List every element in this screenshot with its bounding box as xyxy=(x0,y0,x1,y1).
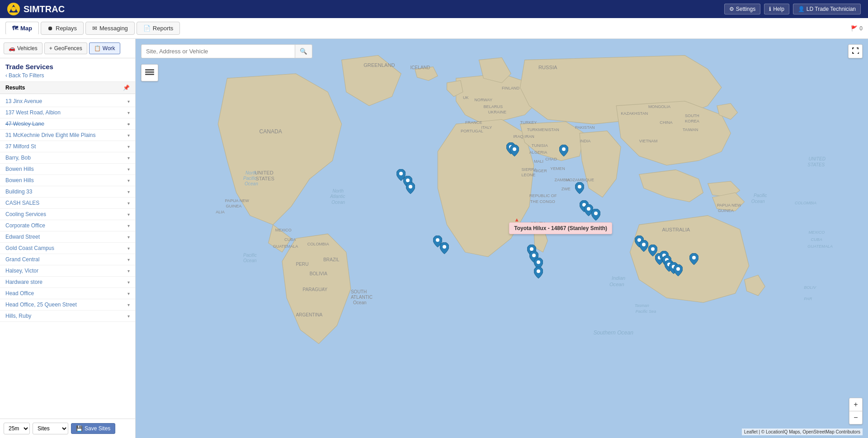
svg-text:ICELAND: ICELAND xyxy=(410,65,430,70)
svg-point-94 xyxy=(578,185,581,188)
replays-tab[interactable]: ⏺ Replays xyxy=(41,22,84,35)
list-item[interactable]: Grand Central▾ xyxy=(0,254,135,265)
svg-text:VIETNAM: VIETNAM xyxy=(639,139,658,143)
map-pin[interactable] xyxy=(510,145,519,156)
list-item[interactable]: Barry, Bob▾ xyxy=(0,152,135,164)
svg-text:KAZAKHSTAN: KAZAKHSTAN xyxy=(621,111,648,116)
logo-icon xyxy=(7,3,20,15)
map-pin[interactable] xyxy=(559,145,568,156)
list-item[interactable]: 31 McKechnie Drive Eight Mile Plains▾ xyxy=(0,130,135,141)
list-item[interactable]: Bowen Hills▾ xyxy=(0,164,135,175)
list-item[interactable]: Building 33▾ xyxy=(0,186,135,198)
svg-text:ARGENTINA: ARGENTINA xyxy=(296,312,322,317)
svg-text:MEXICO: MEXICO xyxy=(808,230,825,235)
map-pin[interactable] xyxy=(534,267,543,278)
chevron-icon: ▾ xyxy=(127,99,130,104)
trade-services-header: Trade Services ‹ Back To Filters xyxy=(0,58,135,82)
svg-text:COLOMBIA: COLOMBIA xyxy=(307,242,330,246)
svg-text:GREENLAND: GREENLAND xyxy=(363,62,395,68)
svg-text:CUBA: CUBA xyxy=(284,237,296,242)
user-button[interactable]: 👤 LD Trade Technician xyxy=(793,4,861,14)
zoom-out-button[interactable]: − xyxy=(849,411,862,424)
list-item[interactable]: 13 Jinx Avenue▾ xyxy=(0,96,135,107)
chevron-icon: ▾ xyxy=(127,155,130,160)
svg-text:PERU: PERU xyxy=(296,262,308,267)
flag-icon: 🚩 xyxy=(851,25,858,32)
list-item[interactable]: Halsey, Victor▾ xyxy=(0,265,135,277)
map-fullscreen-button[interactable] xyxy=(848,44,863,58)
svg-text:North: North xyxy=(332,188,344,193)
map-tab[interactable]: 🗺 Map xyxy=(5,22,39,35)
svg-text:KOREA: KOREA xyxy=(685,119,700,123)
map-pin[interactable] xyxy=(406,182,415,194)
reports-tab[interactable]: 📄 Reports xyxy=(137,22,180,35)
type-select[interactable]: SitesVehiclesBoth xyxy=(33,423,68,434)
map-pin[interactable] xyxy=(440,242,449,254)
message-icon: ✉ xyxy=(92,25,97,32)
settings-button[interactable]: ⚙ Settings xyxy=(724,4,760,14)
svg-text:BRAZIL: BRAZIL xyxy=(323,257,340,262)
messaging-tab[interactable]: ✉ Messaging xyxy=(85,22,135,35)
svg-text:Pacific: Pacific xyxy=(754,193,767,198)
map-pin[interactable] xyxy=(689,253,698,265)
map-pin[interactable] xyxy=(591,209,600,221)
map-pin[interactable] xyxy=(575,182,584,194)
list-item[interactable]: 37 Milford St▾ xyxy=(0,141,135,152)
svg-point-105 xyxy=(642,243,646,246)
svg-text:AUSTRALIA: AUSTRALIA xyxy=(662,227,690,232)
svg-point-113 xyxy=(692,256,696,259)
svg-text:Pacific: Pacific xyxy=(243,253,257,258)
chevron-icon: ▾ xyxy=(127,268,130,273)
map-search-input[interactable] xyxy=(141,44,295,58)
pin-icon[interactable]: 📌 xyxy=(123,85,130,91)
svg-text:SOUTH: SOUTH xyxy=(351,289,367,294)
svg-point-93 xyxy=(562,147,566,151)
chevron-icon: ▾ xyxy=(127,167,130,172)
list-item[interactable]: 47 Wesley Lane▾ xyxy=(0,118,135,130)
list-item[interactable]: Cooling Services▾ xyxy=(0,209,135,220)
list-item[interactable]: CASH SALES▾ xyxy=(0,198,135,209)
chevron-icon: ▾ xyxy=(127,189,130,194)
geofences-button[interactable]: + GeoFences xyxy=(44,42,87,54)
chevron-icon: ▾ xyxy=(127,280,130,285)
time-select[interactable]: 25m1h4h24h xyxy=(4,423,30,434)
svg-text:RUSSIA: RUSSIA xyxy=(538,65,557,70)
svg-text:Ocean: Ocean xyxy=(353,300,367,305)
map-attribution: Leaflet | © LocationIQ Maps, OpenStreetM… xyxy=(742,429,863,435)
list-item[interactable]: Edward Street▾ xyxy=(0,231,135,243)
vehicles-button[interactable]: 🚗 Vehicles xyxy=(4,42,42,54)
map-container[interactable]: 🔍 xyxy=(136,39,868,438)
svg-point-100 xyxy=(537,260,540,264)
zoom-in-button[interactable]: + xyxy=(849,398,862,411)
list-item[interactable]: 137 West Road, Albion▾ xyxy=(0,107,135,118)
list-item[interactable]: Corporate Office▾ xyxy=(0,220,135,231)
svg-text:BOLIVIA: BOLIVIA xyxy=(310,271,328,276)
svg-rect-3 xyxy=(145,71,154,73)
list-item[interactable]: Head Office▾ xyxy=(0,288,135,299)
results-header: Results 📌 xyxy=(0,82,135,94)
svg-point-101 xyxy=(537,269,540,273)
save-sites-button[interactable]: 💾 Save Sites xyxy=(71,423,115,434)
map-search-button[interactable]: 🔍 xyxy=(295,44,312,58)
list-item[interactable]: Hardware store▾ xyxy=(0,277,135,288)
map-pin[interactable] xyxy=(639,240,648,252)
svg-text:Tasman: Tasman xyxy=(635,303,649,308)
help-button[interactable]: ℹ Help xyxy=(764,4,789,14)
svg-text:LEONE: LEONE xyxy=(522,173,536,177)
map-pin[interactable] xyxy=(674,264,683,276)
work-icon: 📋 xyxy=(94,45,101,52)
sidebar-footer: 25m1h4h24h SitesVehiclesBoth 💾 Save Site… xyxy=(0,419,135,438)
svg-point-103 xyxy=(443,245,446,249)
list-item[interactable]: Hills, Ruby▾ xyxy=(0,311,135,322)
svg-text:PAR: PAR xyxy=(804,297,812,301)
info-icon: ℹ xyxy=(769,6,771,12)
list-item[interactable]: Head Office, 25 Queen Street▾ xyxy=(0,299,135,311)
map-layer-button[interactable] xyxy=(141,64,158,81)
svg-point-112 xyxy=(676,267,680,271)
svg-text:PAKISTAN: PAKISTAN xyxy=(575,125,595,130)
list-item[interactable]: Gold Coast Campus▾ xyxy=(0,243,135,254)
work-button[interactable]: 📋 Work xyxy=(89,42,120,54)
topbar: SIMTRAC ⚙ Settings ℹ Help 👤 LD Trade Tec… xyxy=(0,0,868,18)
back-to-filters-link[interactable]: ‹ Back To Filters xyxy=(5,72,130,79)
list-item[interactable]: Bowen Hills▾ xyxy=(0,175,135,186)
